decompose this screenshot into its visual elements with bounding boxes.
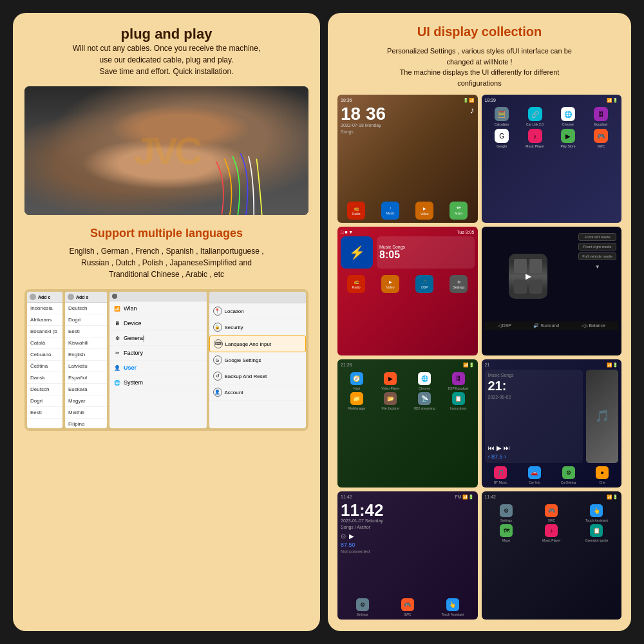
app3-settings[interactable]: ⚙ Settings xyxy=(450,275,468,293)
lang-item-dogri2[interactable]: Dogri xyxy=(65,314,107,326)
lang-item-deutsch2[interactable]: Deutsch xyxy=(65,303,107,314)
app-chrome2[interactable]: 🌐 Chrome xyxy=(408,372,440,390)
lang-item-english[interactable]: English xyxy=(65,349,107,361)
factory-icon: ✂ xyxy=(113,349,121,357)
app-settings2[interactable]: ⚙ Settings xyxy=(341,598,384,616)
lang-item-cestina[interactable]: Čeština xyxy=(27,361,62,372)
lang-item-dansk[interactable]: Dansk xyxy=(27,372,62,384)
album-art: 🎵 xyxy=(586,370,618,463)
app-videoplayer[interactable]: ▶ Video Player xyxy=(375,372,407,390)
app-music[interactable]: ♪ Music xyxy=(381,202,399,220)
lang-item-indonesia[interactable]: Indonesia xyxy=(27,303,62,314)
option-language-input[interactable]: ⌨ Lanquaqe And Input xyxy=(209,336,307,352)
music-controls: ⏮ ▶ ⏭ xyxy=(488,444,580,451)
app3-dsp[interactable]: 🎵 DSP xyxy=(415,275,433,293)
prev-btn-2[interactable]: ⊙ xyxy=(341,533,346,540)
app-btmusic[interactable]: 🎵 BT Music xyxy=(485,466,517,484)
app3-video[interactable]: ▶ Video xyxy=(381,275,399,293)
option-location[interactable]: 📍 Location xyxy=(209,303,307,319)
app-instructions[interactable]: 📋 Instructions xyxy=(442,392,475,410)
menu-item-user[interactable]: 👤 User xyxy=(109,361,207,375)
app-google[interactable]: G Google xyxy=(487,129,517,148)
lang-item-eesti[interactable]: Eesti xyxy=(27,407,62,419)
menu-item-device[interactable]: 🖥 Device xyxy=(109,316,207,331)
lang-item-afrikaans[interactable]: Afrikaans xyxy=(27,314,62,326)
lang-item-eesti2[interactable]: Eesti xyxy=(65,326,107,337)
app-carinfo[interactable]: 🚗 Car Info xyxy=(518,466,551,484)
statusbar-6: 21 📶🔋 xyxy=(485,363,619,368)
app-filemanager[interactable]: 📁 FileManager xyxy=(341,392,373,410)
app-touchassist[interactable]: 👆 Touch Assistant xyxy=(431,598,474,616)
lang-item-cebuano[interactable]: Cebuano xyxy=(27,349,62,361)
app-chrome[interactable]: 🌐 Chrome xyxy=(553,107,583,126)
languages-section: Support multiple languages English , Ger… xyxy=(24,227,308,280)
songs-label: Songs xyxy=(341,129,475,134)
play-btn-2[interactable]: ▶ xyxy=(349,533,354,540)
lang-item-bosanski[interactable]: Bosanski (b xyxy=(27,326,62,337)
app-musicplayer[interactable]: ♪ Music Player xyxy=(520,129,550,148)
app-musicplayer2[interactable]: ♪ Music Player xyxy=(530,524,573,542)
lang-item-magyar[interactable]: Magyar xyxy=(65,395,107,407)
app-settings3[interactable]: ⚙ Settings xyxy=(485,504,528,522)
media-controls: ⊙ ▶ xyxy=(341,533,475,540)
lang-item-deutsch[interactable]: Deutsch xyxy=(27,384,62,395)
lang-item-filipino[interactable]: Filipino xyxy=(65,419,107,428)
lang-item-maithili[interactable]: Maithili xyxy=(65,407,107,419)
menu-item-wlan[interactable]: 📶 Wlan xyxy=(109,301,207,316)
app-hd2[interactable]: 📡 HD2 streaming xyxy=(408,392,440,410)
settings-app-grid: ⚙ Settings 🎮 SWC 👆 Touch Assistant 🗺 Map… xyxy=(485,504,619,542)
option-account[interactable]: 👤 Account xyxy=(209,384,307,401)
menu-item-system[interactable]: 🌐 System xyxy=(109,375,207,390)
app-swc3[interactable]: 🎮 SWC xyxy=(530,504,573,522)
bt-app-grid: 🎵 BT Music 🚗 Car Info ⚙ CarSetting ● Che xyxy=(485,466,619,484)
screen-app-grid: 18:39 📶🔋 🧮 Calculator 🔗 Car Link 2.0 🌐 C xyxy=(482,95,622,223)
radio-freq: 87.50 xyxy=(341,542,475,548)
lang-item-latviesu[interactable]: Latviešu xyxy=(65,361,107,372)
lang-item-kiswahili[interactable]: Kiswahili xyxy=(65,337,107,349)
front-left-mode[interactable]: Front left mode xyxy=(578,233,616,241)
app-swc2[interactable]: 🎮 SWC xyxy=(386,598,429,616)
screen3-top: ⚡ Music Songs 8:05 xyxy=(341,236,475,269)
app-touchassist2[interactable]: 👆 Touch Assistant xyxy=(575,504,618,522)
app-radio[interactable]: 📻 Radio xyxy=(347,202,365,220)
lang-item-espanol[interactable]: Español xyxy=(65,372,107,384)
app-opguide[interactable]: 📋 Operation guide xyxy=(575,524,618,542)
app-equalizer[interactable]: 🎛 Equalizer xyxy=(586,107,616,126)
app-video[interactable]: ▶ Video xyxy=(415,202,433,220)
app-carlink[interactable]: 🔗 Car Link 2.0 xyxy=(520,107,550,126)
lang-item-catala[interactable]: Català xyxy=(27,337,62,349)
app-carsetting[interactable]: ⚙ CarSetting xyxy=(553,466,585,484)
full-vehicle-mode[interactable]: Full vehicle mode xyxy=(578,252,616,260)
lang-item-euskara[interactable]: Euskara xyxy=(65,384,107,395)
app-calculator[interactable]: 🧮 Calculator xyxy=(487,107,517,126)
app-swc[interactable]: 🎮 SWC xyxy=(586,129,616,148)
languages-text: English , German , French , Spanish , It… xyxy=(24,245,308,280)
menu-item-general[interactable]: ⚙ General xyxy=(109,331,207,346)
prev-btn[interactable]: ⏮ xyxy=(488,444,495,451)
lang-item-dogri[interactable]: Dogri xyxy=(27,395,62,407)
app-fileexplorer[interactable]: 📂 File Explorer xyxy=(375,392,407,410)
app-maps[interactable]: 🗺 Maps xyxy=(450,202,468,220)
balance-label: ◁▷ Balance xyxy=(582,323,605,328)
option-google-settings[interactable]: G Google Settings xyxy=(209,352,307,368)
screen-date: 2022-07-18 Monday xyxy=(341,123,386,128)
option-backup-reset[interactable]: ↺ Backup And Reset xyxy=(209,368,307,384)
backup-icon: ↺ xyxy=(213,372,222,381)
app-maps2[interactable]: 🗺 Maps xyxy=(485,524,528,542)
app3-radio[interactable]: 📻 Radio xyxy=(347,275,365,293)
app-navi[interactable]: 🧭 Navi xyxy=(341,372,373,390)
front-right-mode[interactable]: Front right mode xyxy=(578,243,616,251)
app-che[interactable]: ● Che xyxy=(586,466,618,484)
option-security[interactable]: 🔒 Security xyxy=(209,319,307,336)
next-btn[interactable]: ⏭ xyxy=(504,444,510,451)
app-playstore[interactable]: ▶ Play Store xyxy=(553,129,583,148)
menu-item-factory[interactable]: ✂ Factory xyxy=(109,346,207,361)
menu-header-icon xyxy=(112,294,117,299)
play-btn[interactable]: ▶ xyxy=(497,444,502,451)
settings-header-1: Add c xyxy=(27,292,62,303)
ui-grid: 18:36 🔋📶 18 36 2022-07-18 Monday ♪ Songs… xyxy=(337,95,621,620)
car-seat-visual: ▶ xyxy=(487,233,571,319)
app-dsp-eq[interactable]: 🎛 DSP Equalizer xyxy=(442,372,475,390)
header-icon-2 xyxy=(68,294,74,300)
bluetooth-icon-large: ⚡ xyxy=(341,236,373,269)
